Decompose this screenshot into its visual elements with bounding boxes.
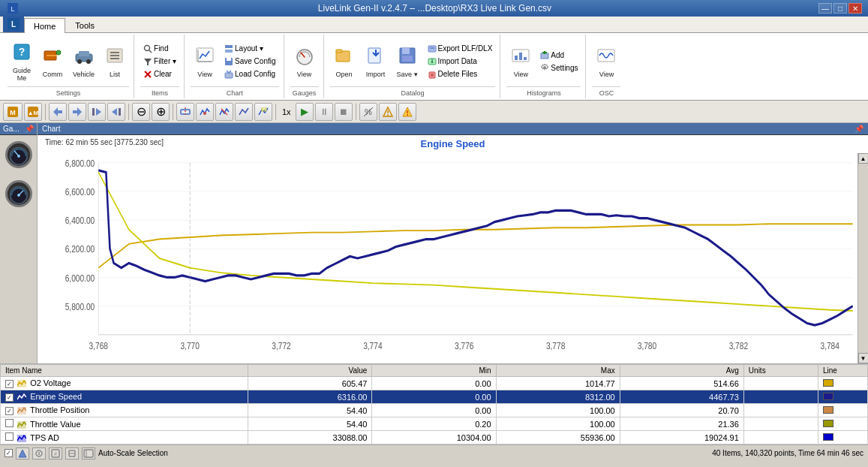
gauge-panel-title: Ga... (3, 125, 20, 133)
guide-me-button[interactable]: ? GuideMe (8, 39, 36, 84)
import-button[interactable]: Import (362, 43, 390, 80)
export-dlf-label: Export DLF/DLX (438, 44, 493, 53)
row-checkbox[interactable] (5, 393, 14, 402)
svg-rect-10 (79, 51, 89, 56)
open-button[interactable]: Open (330, 43, 359, 80)
col-header-max[interactable]: Max (496, 365, 620, 377)
toolbar-btn-1[interactable]: M (3, 103, 23, 121)
row-checkbox[interactable] (5, 380, 14, 388)
toolbar-cursor-1[interactable] (176, 103, 194, 121)
status-btn-4[interactable] (65, 447, 79, 459)
col-header-value[interactable]: Value (248, 365, 372, 377)
osc-view-button[interactable]: View (592, 43, 620, 80)
svg-text:3,782: 3,782 (729, 341, 748, 351)
svg-text:3,770: 3,770 (180, 341, 199, 351)
col-header-line[interactable]: Line (818, 365, 867, 377)
window-icon: L (6, 3, 20, 14)
status-btn-5[interactable] (82, 447, 95, 459)
row-units (743, 377, 818, 390)
toolbar-extra-2[interactable] (379, 103, 397, 121)
toolbar-cursor-3[interactable] (215, 103, 233, 121)
ribbon-group-gauges: View Gauges (286, 35, 324, 98)
play-button[interactable]: ▶ (296, 103, 314, 121)
row-value: 54.40 (248, 417, 372, 431)
toolbar-nav-1[interactable] (49, 103, 67, 121)
svg-text:6,600.00: 6,600.00 (65, 187, 95, 197)
guide-me-label: GuideMe (13, 67, 31, 82)
gauges-view-button[interactable]: View (290, 43, 319, 80)
tab-tools[interactable]: Tools (65, 17, 104, 32)
svg-point-67 (203, 112, 206, 115)
col-header-units[interactable]: Units (743, 365, 818, 377)
tab-home[interactable]: Home (24, 18, 65, 33)
table-row[interactable]: O2 Voltage 605.47 0.00 1014.77 514.66 (1, 377, 868, 390)
toolbar-btn-2[interactable]: ▲M (24, 103, 42, 121)
table-row[interactable]: Throttle Position 54.40 0.00 100.00 20.7… (1, 404, 868, 417)
table-row[interactable]: Engine Speed 6316.00 0.00 8312.00 4467.7… (1, 390, 868, 404)
status-btn-3[interactable]: # (49, 447, 62, 459)
histogram-view-button[interactable]: View (506, 43, 535, 80)
chart-scrollbar[interactable]: ▲ ▼ (857, 153, 868, 363)
view-chart-button[interactable]: View (191, 43, 219, 80)
table-row[interactable]: TPS AD 33088.00 10304.00 55936.00 19024.… (1, 431, 868, 444)
chart-canvas[interactable]: Time: 62 min 55 sec [3775.230 sec] Engin… (38, 135, 868, 363)
svg-text:5,800.00: 5,800.00 (65, 302, 95, 312)
save-config-button[interactable]: Save Config (221, 56, 278, 68)
comm-button[interactable]: Comm (38, 43, 67, 80)
find-button[interactable]: Find (140, 43, 179, 55)
toolbar-nav-2[interactable] (68, 103, 86, 121)
col-header-min[interactable]: Min (372, 365, 496, 377)
row-checkbox[interactable] (5, 419, 14, 427)
histogram-view-label: View (514, 71, 528, 78)
svg-point-11 (77, 59, 82, 64)
auto-scale-checkbox[interactable] (5, 449, 13, 457)
ribbon-group-datalog: Open Import (326, 35, 501, 98)
toolbar-extra-1[interactable]: % (359, 103, 377, 121)
filter-button[interactable]: Filter ▾ (140, 56, 179, 68)
maximize-button[interactable]: □ (833, 3, 847, 14)
toolbar-nav-4[interactable] (107, 103, 125, 121)
stop-button[interactable]: ⏹ (335, 103, 353, 121)
row-checkbox[interactable] (5, 407, 14, 415)
toolbar-extra-3[interactable] (398, 103, 416, 121)
minimize-button[interactable]: — (818, 3, 832, 14)
table-row[interactable]: Throttle Value 54.40 0.20 100.00 21.36 (1, 417, 868, 431)
row-units (743, 404, 818, 417)
histogram-settings-button[interactable]: Settings (537, 62, 581, 74)
app-button[interactable]: L (3, 16, 24, 32)
scroll-down-btn[interactable]: ▼ (858, 353, 869, 363)
svg-rect-39 (428, 46, 436, 52)
svg-rect-63 (119, 108, 121, 116)
list-button[interactable]: List (101, 43, 129, 80)
layout-button[interactable]: Layout ▾ (221, 43, 278, 55)
svg-rect-38 (402, 56, 413, 62)
col-header-avg[interactable]: Avg (620, 365, 743, 377)
save-button[interactable]: Save ▾ (393, 43, 422, 80)
close-button[interactable]: ✕ (848, 3, 862, 14)
import-data-button[interactable]: Import Data (425, 56, 496, 68)
col-header-name[interactable]: Item Name (1, 365, 248, 377)
chart-pin[interactable]: 📌 (854, 125, 863, 133)
delete-files-button[interactable]: Delete Files (425, 68, 496, 80)
toolbar-cursor-2[interactable] (196, 103, 214, 121)
row-avg: 20.70 (620, 404, 743, 417)
scroll-up-btn[interactable]: ▲ (858, 153, 869, 164)
status-btn-1[interactable] (16, 447, 29, 459)
svg-text:3,768: 3,768 (89, 341, 108, 351)
add-histogram-button[interactable]: Add (537, 49, 581, 61)
pause-button[interactable]: ⏸ (315, 103, 333, 121)
toolbar-cursor-4[interactable] (235, 103, 253, 121)
gauge-panel-pin[interactable]: 📌 (25, 125, 34, 133)
row-checkbox[interactable] (5, 432, 14, 441)
toolbar-nav-3[interactable] (88, 103, 106, 121)
row-line-color (818, 404, 867, 417)
clear-button[interactable]: Clear (140, 68, 179, 80)
status-btn-2[interactable] (32, 447, 46, 459)
toolbar-cursor-5[interactable]: val (254, 103, 272, 121)
load-config-button[interactable]: Load Config (221, 68, 278, 80)
zoom-out-button[interactable]: ⊖ (132, 103, 150, 121)
vehicle-button[interactable]: Vehicle (69, 43, 98, 80)
svg-rect-25 (225, 45, 233, 48)
export-dlf-button[interactable]: Export DLF/DLX (425, 43, 496, 55)
zoom-in-button[interactable]: ⊕ (152, 103, 170, 121)
